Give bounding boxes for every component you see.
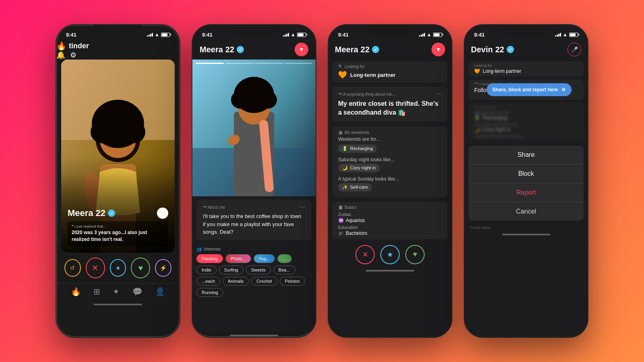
boost-button[interactable]: ⚡ (155, 259, 171, 277)
interest-tag[interactable]: Painting (196, 254, 223, 263)
phone4-header: Devin 22 ✓ 🎤 (464, 41, 588, 60)
interest-tag[interactable]: Surfing (219, 265, 244, 274)
phone4-mic-btn[interactable]: 🎤 (568, 43, 581, 56)
home-indicator-2 (230, 335, 278, 336)
card-stack[interactable]: Meera 22 ✓ ↑ ❝ I just realized that... 2… (61, 60, 175, 253)
nav-messages[interactable]: 💬 (132, 287, 142, 296)
about-section-2: ❝❝ About me ··· I'll take you to the bes… (196, 200, 312, 240)
share-action[interactable]: Share (469, 146, 584, 165)
battery-icon-3 (433, 33, 442, 37)
interest-tag[interactable]: Indie (196, 265, 217, 274)
status-icons-1: ▲ (147, 32, 170, 37)
interest-tag[interactable]: ... (277, 254, 291, 263)
nav-profile[interactable]: 👤 (155, 287, 165, 296)
about-menu-dots[interactable]: ··· (300, 204, 305, 211)
status-icons-2: ▲ (283, 32, 306, 37)
phone3-action-btn[interactable]: ▼ (431, 43, 445, 56)
looking-for-value-3: 🧡 Long-term partner (338, 70, 442, 79)
interest-tag[interactable]: Yog... (254, 254, 275, 263)
battery-icon-1 (161, 33, 170, 37)
interest-tag[interactable]: Animals (223, 277, 249, 286)
superlike-button[interactable]: ★ (110, 259, 126, 277)
svg-point-17 (231, 91, 249, 109)
tinder-logo: 🔥 tinder (56, 41, 180, 51)
nav-explore[interactable]: ⊞ (93, 287, 100, 296)
sunday-label-3: A typical Sunday looks like... (338, 176, 442, 182)
looking-for-section-4: Looking for 🧡 Long-term partner (469, 61, 584, 76)
nav-home[interactable]: 🔥 (71, 287, 81, 296)
about-label-2: ❝❝ About me (203, 205, 225, 210)
interest-tag[interactable]: Crochet (251, 277, 277, 286)
status-time-2: 9:41 (202, 32, 213, 38)
svg-point-18 (259, 91, 277, 109)
bell-icon[interactable]: 🔔 (56, 51, 65, 60)
quote-text-1: 2020 was 3 years ago...I also just reali… (72, 229, 164, 243)
about-header-2: ❝❝ About me ··· (203, 204, 305, 211)
card-info-1: Meera 22 ✓ ↑ ❝ I just realized that... 2… (61, 201, 175, 253)
looking-for-label-4: Looking for (474, 64, 578, 68)
verified-badge-4: ✓ (507, 46, 514, 53)
weekends-subtext-3: Weekends are for... (338, 136, 442, 142)
weekend-tag-selfcare: ✨ Self-care (338, 183, 372, 191)
phone-4: 9:41 ▲ Devin 22 (464, 24, 588, 338)
phone-3: 9:41 ▲ Meera 22 (328, 24, 452, 338)
interest-tag[interactable]: Bea... (273, 265, 295, 274)
interest-tag[interactable]: Sweets (246, 265, 271, 274)
home-indicator-4 (502, 234, 550, 235)
share-block-report-tooltip[interactable]: Share, block and report here ✕ (487, 83, 572, 96)
status-icons-3: ▲ (419, 32, 442, 37)
boost-profile-btn[interactable]: ↑ (157, 208, 168, 219)
interests-section-2: 👥 Interests Painting Photo... Yog... (192, 243, 316, 300)
weekend-tag-recharging: 🔋 Recharging (338, 144, 377, 153)
tooltip-text: Share, block and report here (492, 87, 558, 93)
action-buttons-1: ↺ ✕ ★ ♥ ⚡ (56, 253, 180, 283)
cancel-action[interactable]: Cancel (469, 202, 584, 221)
rewind-button[interactable]: ↺ (64, 259, 81, 277)
looking-for-label-3: 🔍 Looking for (338, 64, 442, 69)
star-btn-3[interactable]: ★ (380, 245, 400, 264)
phone3-actions: ✕ ★ ♥ (328, 242, 452, 267)
bottom-nav-1: 🔥 ⊞ ✦ 💬 👤 (56, 283, 180, 301)
verified-badge-2: ✓ (237, 46, 244, 53)
about-text-2: I'll take you to the best coffee shop in… (203, 212, 305, 236)
phone2-action-btn[interactable]: ▼ (295, 43, 308, 56)
report-action[interactable]: Report (469, 183, 584, 202)
signal-icon-4 (555, 33, 561, 37)
tinder-wordmark: tinder (69, 42, 89, 50)
verified-badge-3: ✓ (372, 46, 379, 53)
svg-point-8 (91, 121, 113, 143)
interest-tag[interactable]: ...each (196, 277, 220, 286)
looking-for-value-4: 🧡 Long-term partner (474, 68, 578, 74)
person-svg-2 (192, 60, 316, 196)
home-indicator-1 (94, 304, 142, 305)
surprising-menu-dots[interactable]: ··· (437, 90, 442, 98)
interest-tag[interactable]: Running (196, 288, 223, 297)
photo-progress-2 (196, 63, 312, 64)
interest-tag[interactable]: Peloton (280, 277, 305, 286)
card-quote-1: ❝ I just realized that... 2020 was 3 yea… (68, 221, 168, 246)
weekends-section-3: 🏠 My weekends Weekends are for... 🔋 Rech… (332, 126, 448, 197)
nope-button[interactable]: ✕ (86, 257, 105, 278)
interests-label-2: 👥 Interests (196, 247, 312, 252)
like-btn-3[interactable]: ♥ (405, 245, 425, 264)
status-bar-2: 9:41 ▲ (192, 25, 316, 41)
status-time-4: 9:41 (474, 32, 485, 38)
surprising-header-3: ❝❝ A surprising thing about me... ··· (338, 90, 442, 98)
app-header-1: 🔥 tinder 🔔 ⚙ (56, 41, 180, 60)
education-value-3: 🎓 Bachelors (338, 230, 442, 236)
verified-badge-1: ✓ (108, 210, 115, 217)
nope-btn-3[interactable]: ✕ (355, 245, 375, 264)
action-sheet-4: Share Block Report Cancel (469, 146, 584, 221)
sat-night-label-3: Saturday night looks like... (338, 157, 442, 162)
sliders-icon[interactable]: ⚙ (70, 51, 76, 60)
block-action[interactable]: Block (469, 165, 584, 183)
status-icons-4: ▲ (555, 32, 578, 37)
like-button[interactable]: ♥ (131, 257, 150, 278)
wifi-icon-1: ▲ (155, 32, 159, 37)
nav-gold[interactable]: ✦ (113, 287, 120, 296)
tooltip-close-icon[interactable]: ✕ (561, 86, 566, 93)
home-indicator-3 (366, 270, 414, 272)
status-time-3: 9:41 (338, 32, 349, 38)
phone-1: 9:41 ▲ 🔥 ti (56, 24, 180, 338)
interest-tag[interactable]: Photo... (225, 254, 251, 263)
